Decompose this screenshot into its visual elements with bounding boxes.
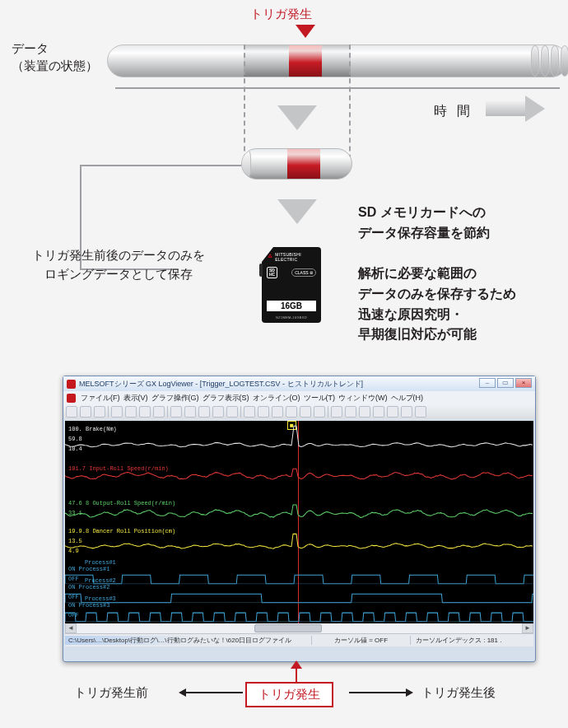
trigger-event-segment	[287, 149, 320, 179]
text: データ	[12, 41, 49, 55]
toolbar-button[interactable]	[387, 406, 398, 418]
menu-bar: ファイル(F) 表示(V) グラフ操作(G) グラフ表示(S) オンライン(O)…	[63, 391, 535, 404]
svg-marker-2	[270, 255, 272, 257]
toolbar-button[interactable]	[415, 406, 426, 418]
toolbar-button[interactable]	[314, 406, 325, 418]
trace-label: 47.6 8 Output-Roll Speed(r/min)	[68, 500, 175, 506]
toolbar-button[interactable]	[153, 406, 165, 418]
horizontal-scrollbar[interactable]: ◄ ►	[65, 623, 533, 633]
cyl-endcap-icon	[541, 45, 549, 77]
svg-marker-1	[268, 255, 270, 257]
toolbar-button[interactable]	[272, 406, 283, 418]
menu-window[interactable]: ウィンドウ(W)	[338, 393, 388, 404]
status-cursor-value: カーソル値 = OFF	[311, 636, 410, 645]
trace-label: ON Process#1	[68, 566, 109, 572]
trace-label: ON Process#2	[68, 584, 109, 590]
toolbar-button[interactable]	[184, 406, 196, 418]
maximize-button[interactable]: ▭	[497, 378, 514, 388]
bottom-annotation: トリガ発生前 トリガ発生 トリガ発生後	[0, 672, 568, 721]
minimize-button[interactable]: –	[479, 378, 496, 388]
trigger-label: トリガ発生	[250, 7, 312, 22]
app-icon	[67, 380, 76, 389]
text: ロギングデータとして保存	[44, 267, 193, 281]
toolbar-button[interactable]	[94, 406, 105, 418]
connector-line	[296, 664, 297, 682]
trace-label: 13.5	[68, 538, 82, 544]
cyl-endcap-icon	[531, 45, 539, 77]
toolbar-button[interactable]	[331, 406, 342, 418]
sd-card-icon: MITSUBISHI ELECTRIC SD HC CLASS ⑩ 16GB N…	[262, 247, 321, 323]
label-before-trigger: トリガ発生前	[74, 685, 148, 701]
status-filepath: C:\Users\…\Desktop\行動ログ\…\行動ログみたいな！\620日…	[65, 636, 311, 645]
mitsubishi-logo-icon	[267, 253, 273, 261]
toolbar-button[interactable]	[359, 406, 370, 418]
caption-benefit-2: 解析に必要な範囲の データのみを保存するため 迅速な原因究明・ 早期復旧対応が可…	[358, 264, 566, 345]
menu-graphdisp[interactable]: グラフ表示(S)	[203, 393, 249, 404]
down-arrow-icon	[277, 105, 317, 130]
toolbar-button[interactable]	[139, 406, 151, 418]
sd-capacity: 16GB	[267, 301, 316, 311]
text: 早期復旧対応が可能	[358, 327, 477, 341]
scroll-thumb[interactable]	[254, 624, 321, 632]
separator	[167, 406, 168, 418]
toolbar-button[interactable]	[345, 406, 356, 418]
toolbar-button[interactable]	[258, 406, 269, 418]
toolbar-button[interactable]	[66, 406, 77, 418]
toolbar-button[interactable]	[226, 406, 238, 418]
menu-graphop[interactable]: グラフ操作(G)	[151, 393, 199, 404]
toolbar-button[interactable]	[125, 406, 137, 418]
cyl-endcap-icon	[241, 149, 251, 179]
label-trigger-box: トリガ発生	[245, 682, 333, 707]
text: データ保存容量を節約	[358, 226, 490, 240]
menu-view[interactable]: 表示(V)	[123, 393, 148, 404]
menu-online[interactable]: オンライン(O)	[253, 393, 300, 404]
logviewer-window: MELSOFTシリーズ GX LogViewer - [Trigger_LOGT…	[63, 376, 536, 662]
plot-traces	[65, 421, 533, 632]
toolbar-button[interactable]	[111, 406, 123, 418]
trace-label: 59.8	[68, 436, 82, 442]
cyl-endcap-icon	[551, 45, 559, 77]
text: （装置の状態）	[12, 58, 98, 72]
trace-label: ON Process#3	[68, 602, 109, 609]
toolbar	[63, 404, 535, 419]
scroll-track[interactable]	[77, 623, 522, 633]
text: SD メモリカードへの	[358, 205, 486, 219]
right-arrow-icon	[349, 692, 407, 693]
trace-label: 100. Brake(Nm)	[68, 426, 117, 432]
window-controls: – ▭ ×	[479, 378, 532, 388]
trace-label: 10.4	[68, 446, 82, 452]
text: HC	[269, 273, 275, 277]
scroll-right-button[interactable]: ►	[522, 623, 533, 633]
toolbar-button[interactable]	[80, 406, 91, 418]
trace-name: Process#1	[85, 559, 116, 566]
menu-tool[interactable]: ツール(T)	[304, 393, 336, 404]
separator	[240, 406, 241, 418]
scroll-left-button[interactable]: ◄	[65, 623, 77, 633]
toolbar-button[interactable]	[300, 406, 311, 418]
toolbar-button[interactable]	[198, 406, 210, 418]
data-axis-label: データ （装置の状態）	[12, 40, 98, 74]
connector-line	[80, 165, 241, 166]
text: 迅速な原因究明・	[358, 307, 463, 321]
separator	[108, 406, 109, 418]
sdhc-logo-icon: SD HC	[267, 267, 277, 278]
window-titlebar[interactable]: MELSOFTシリーズ GX LogViewer - [Trigger_LOGT…	[63, 376, 535, 391]
text: トリガ発生前後のデータのみを	[32, 248, 205, 262]
toolbar-button[interactable]	[170, 406, 182, 418]
toolbar-button[interactable]	[244, 406, 255, 418]
label-after-trigger: トリガ発生後	[421, 685, 496, 701]
trace-label: OFF	[68, 576, 79, 582]
close-button[interactable]: ×	[515, 378, 532, 388]
app-icon	[67, 394, 76, 403]
toolbar-button[interactable]	[286, 406, 297, 418]
toolbar-button[interactable]	[401, 406, 412, 418]
toolbar-button[interactable]	[373, 406, 384, 418]
trace-label: 101.7 Input-Roll Speed(r/min)	[68, 465, 169, 472]
caption-save: トリガ発生前後のデータのみを ロギングデータとして保存	[3, 245, 234, 284]
menu-file[interactable]: ファイル(F)	[81, 393, 120, 404]
menu-help[interactable]: ヘルプ(H)	[391, 393, 424, 404]
trend-plot[interactable]: ■ 100. Brake(Nm)59.810.4101.7 Input-Roll…	[65, 421, 533, 632]
toolbar-button[interactable]	[212, 406, 224, 418]
trigger-event-segment	[289, 45, 322, 77]
trace-label: 4.9	[68, 548, 79, 554]
